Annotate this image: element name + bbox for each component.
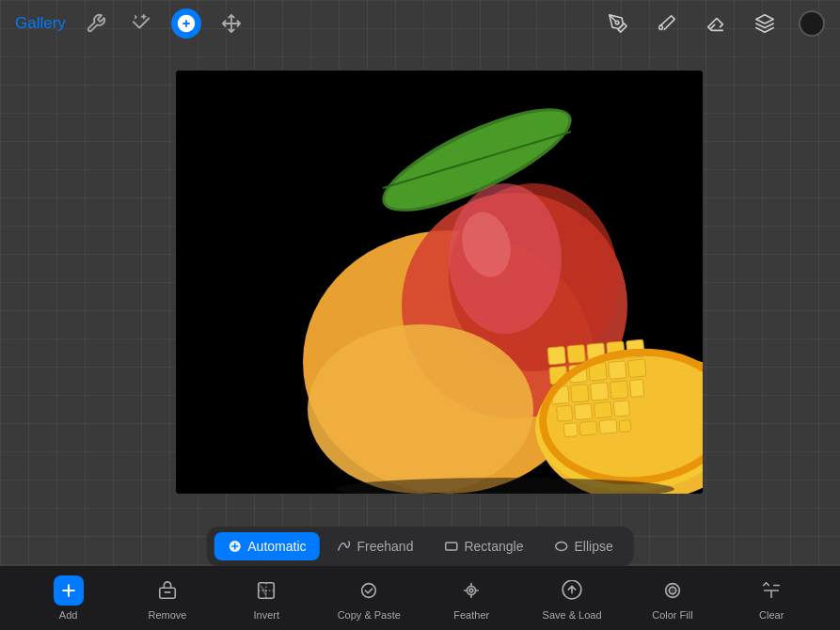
color-picker[interactable] (799, 10, 825, 37)
svg-point-45 (362, 584, 376, 598)
invert-button[interactable]: Invert (238, 575, 294, 621)
svg-rect-30 (556, 405, 572, 421)
add-label: Add (59, 609, 78, 621)
rectangle-icon (443, 539, 458, 554)
rectangle-mode-button[interactable]: Rectangle (430, 532, 536, 560)
top-toolbar: Gallery (0, 0, 840, 47)
svg-point-9 (308, 324, 533, 494)
freehand-mode-button[interactable]: Freehand (324, 532, 427, 560)
svg-point-42 (555, 543, 566, 551)
svg-rect-23 (608, 361, 626, 380)
feather-button[interactable]: Feather (443, 575, 499, 621)
save-load-label: Save & Load (543, 609, 602, 621)
selection-toolbar: Automatic Freehand Rectangle Ellipse (206, 527, 633, 566)
color-fill-button[interactable]: Color Fill (644, 575, 701, 621)
selection-tool[interactable] (171, 8, 201, 39)
freehand-icon (337, 539, 352, 554)
color-fill-label: Color Fill (652, 609, 692, 621)
automatic-icon (227, 539, 242, 554)
gallery-button[interactable]: Gallery (15, 14, 66, 33)
svg-rect-15 (547, 346, 566, 365)
wrench-tool[interactable] (81, 8, 111, 39)
remove-button[interactable]: Remove (139, 575, 196, 621)
svg-rect-35 (579, 421, 597, 436)
top-right-tools (603, 8, 825, 39)
pen-tool[interactable] (603, 8, 633, 39)
ellipse-mode-button[interactable]: Ellipse (540, 532, 626, 560)
svg-rect-31 (574, 403, 592, 420)
canvas-area (160, 47, 718, 517)
clear-icon (756, 575, 786, 606)
save-load-icon (557, 575, 587, 606)
eraser-tool[interactable] (701, 8, 731, 39)
svg-rect-26 (570, 384, 589, 402)
copy-paste-button[interactable]: Copy & Paste (338, 575, 401, 621)
svg-point-46 (468, 586, 476, 594)
svg-rect-37 (619, 420, 631, 433)
svg-rect-28 (610, 381, 628, 400)
add-icon (54, 575, 84, 606)
color-fill-icon (658, 575, 688, 606)
ellipse-icon (553, 539, 568, 554)
invert-label: Invert (254, 609, 280, 621)
svg-rect-29 (629, 379, 644, 397)
magic-tool[interactable] (126, 8, 156, 39)
svg-point-47 (469, 589, 473, 592)
svg-rect-41 (445, 543, 456, 550)
canvas-frame[interactable] (176, 71, 703, 494)
add-button[interactable]: Add (40, 575, 97, 621)
copy-paste-icon (354, 575, 384, 606)
feather-label: Feather (453, 609, 489, 621)
invert-icon (251, 575, 281, 606)
feather-icon (456, 575, 486, 606)
clear-button[interactable]: Clear (743, 575, 800, 621)
svg-rect-24 (627, 359, 646, 378)
save-load-button[interactable]: Save & Load (543, 575, 602, 621)
clear-label: Clear (759, 609, 784, 621)
layers-tool[interactable] (750, 8, 780, 39)
svg-point-0 (615, 21, 619, 24)
copy-paste-label: Copy & Paste (338, 609, 401, 621)
svg-rect-32 (594, 402, 611, 418)
mango-image (176, 71, 703, 494)
transform-tool[interactable] (216, 8, 246, 39)
svg-rect-27 (590, 383, 609, 402)
svg-rect-36 (598, 419, 616, 434)
top-left-tools: Gallery (15, 8, 246, 39)
bottom-toolbar: Add Remove Invert (0, 566, 840, 630)
svg-rect-33 (613, 401, 629, 417)
automatic-mode-button[interactable]: Automatic (214, 532, 319, 560)
remove-icon (152, 575, 182, 606)
svg-rect-16 (566, 345, 585, 364)
brush-tool[interactable] (652, 8, 682, 39)
remove-label: Remove (149, 609, 187, 621)
svg-rect-34 (563, 423, 578, 437)
svg-rect-43 (160, 588, 176, 598)
